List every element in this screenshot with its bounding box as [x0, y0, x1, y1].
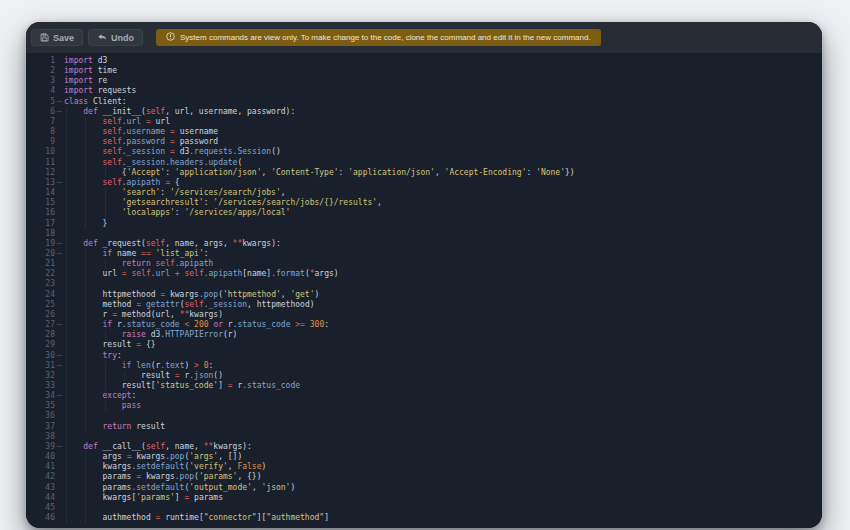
indent-guide — [85, 493, 86, 503]
undo-button-label: Undo — [111, 33, 134, 43]
indent-guide — [66, 493, 67, 503]
indent-guide — [85, 320, 86, 330]
indent-guide — [85, 168, 86, 178]
code-text: return result — [64, 422, 822, 432]
code-line: 2import time — [26, 66, 822, 76]
line-number: 15 — [26, 198, 55, 208]
fold-gutter — [55, 422, 64, 432]
indent-guide — [85, 269, 86, 279]
line-number: 10 — [26, 147, 55, 157]
code-line: 1import d3 — [26, 56, 822, 66]
indent-guide — [66, 371, 67, 381]
line-number: 18 — [26, 229, 55, 239]
code-text: def __call__(self, name, **kwargs): — [64, 442, 822, 452]
indent-guide — [66, 249, 67, 259]
line-number: 5 — [26, 97, 55, 107]
fold-gutter — [55, 219, 64, 229]
code-line: 33 result['status_code'] = r.status_code — [26, 381, 822, 391]
indent-guide — [66, 300, 67, 310]
toolbar: Save Undo System comma — [26, 22, 822, 53]
code-line: 10 self._session = d3.requests.Session() — [26, 147, 822, 157]
code-line: 40 args = kwargs.pop('args', []) — [26, 452, 822, 462]
indent-guide — [66, 320, 67, 330]
code-line: 13– self.apipath = { — [26, 178, 822, 188]
code-text: def _request(self, name, args, **kwargs)… — [64, 239, 822, 249]
fold-marker-icon[interactable]: – — [55, 361, 64, 371]
line-number: 12 — [26, 168, 55, 178]
line-number: 8 — [26, 127, 55, 137]
code-line: 12 {'Accept': 'application/json', 'Conte… — [26, 168, 822, 178]
fold-marker-icon[interactable]: – — [55, 97, 64, 107]
line-number: 27 — [26, 320, 55, 330]
line-number: 11 — [26, 158, 55, 168]
indent-guide — [105, 361, 106, 371]
indent-guide — [105, 208, 106, 218]
undo-button[interactable]: Undo — [88, 29, 143, 46]
indent-guide — [105, 198, 106, 208]
fold-gutter — [55, 66, 64, 76]
line-number: 34 — [26, 391, 55, 401]
indent-guide — [66, 361, 67, 371]
fold-marker-icon[interactable]: – — [55, 320, 64, 330]
indent-guide — [85, 513, 86, 523]
code-line: 44 kwargs['params'] = params — [26, 493, 822, 503]
code-line: 4import requests — [26, 86, 822, 96]
save-button[interactable]: Save — [31, 29, 83, 46]
line-number: 28 — [26, 330, 55, 340]
indent-guide — [66, 219, 67, 229]
indent-guide — [66, 422, 67, 432]
code-text: 'getsearchresult': '/services/search/job… — [64, 198, 822, 208]
line-number: 20 — [26, 249, 55, 259]
code-editor[interactable]: 1import d32import time3import re4import … — [26, 53, 822, 528]
indent-guide — [85, 391, 86, 401]
fold-gutter — [55, 483, 64, 493]
code-text: args = kwargs.pop('args', []) — [64, 452, 822, 462]
line-number: 35 — [26, 401, 55, 411]
fold-gutter — [55, 371, 64, 381]
code-text: result = {} — [64, 340, 822, 350]
fold-marker-icon[interactable]: – — [55, 351, 64, 361]
line-number: 38 — [26, 432, 55, 442]
fold-gutter — [55, 452, 64, 462]
fold-gutter — [55, 401, 64, 411]
fold-gutter — [55, 158, 64, 168]
code-text: result = r.json() — [64, 371, 822, 381]
code-text: kwargs['params'] = params — [64, 493, 822, 503]
fold-marker-icon[interactable]: – — [55, 249, 64, 259]
code-text: r = method(url, **kwargs) — [64, 310, 822, 320]
indent-guide — [85, 330, 86, 340]
indent-guide — [66, 513, 67, 523]
indent-guide — [85, 361, 86, 371]
code-line: 8 self.username = username — [26, 127, 822, 137]
code-line: 29 result = {} — [26, 340, 822, 350]
code-text: self.username = username — [64, 127, 822, 137]
fold-marker-icon[interactable]: – — [55, 178, 64, 188]
line-number: 42 — [26, 472, 55, 482]
fold-gutter — [55, 279, 64, 289]
code-line: 30– try: — [26, 351, 822, 361]
indent-guide — [85, 127, 86, 137]
floppy-icon — [40, 33, 49, 42]
code-line: 14 'search': '/services/search/jobs', — [26, 188, 822, 198]
indent-guide — [66, 462, 67, 472]
indent-guide — [66, 290, 67, 300]
indent-guide — [85, 411, 86, 421]
line-number: 2 — [26, 66, 55, 76]
code-text: } — [64, 219, 822, 229]
indent-guide — [85, 208, 86, 218]
indent-guide — [66, 432, 67, 442]
indent-guide — [105, 188, 106, 198]
fold-marker-icon[interactable]: – — [55, 391, 64, 401]
line-number: 32 — [26, 371, 55, 381]
fold-marker-icon[interactable]: – — [55, 442, 64, 452]
code-line: 24 httpmethood = kwargs.pop('httpmethod'… — [26, 290, 822, 300]
indent-guide — [85, 158, 86, 168]
fold-marker-icon[interactable]: – — [55, 107, 64, 117]
code-text: import requests — [64, 86, 822, 96]
indent-guide — [66, 229, 67, 239]
indent-guide — [66, 107, 67, 117]
indent-guide — [85, 503, 86, 513]
fold-marker-icon[interactable]: – — [55, 239, 64, 249]
fold-gutter — [55, 310, 64, 320]
line-number: 3 — [26, 76, 55, 86]
